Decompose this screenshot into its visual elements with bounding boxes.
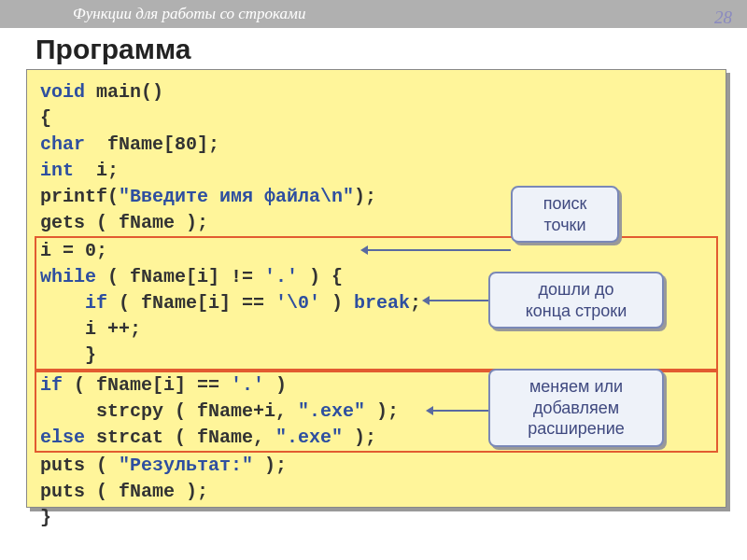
callout-arrow-3 [429,410,488,412]
page-number: 28 [714,7,732,28]
callout-arrow-1 [363,249,511,251]
breadcrumb: Функции для работы со строками [0,0,747,28]
breadcrumb-text: Функции для работы со строками [73,5,305,22]
callout-arrow-2 [425,300,488,301]
code-panel: void main() { char fName[80]; int i; pri… [26,69,726,508]
callout-change-ext: меняем или добавляем расширение [488,369,664,447]
page-title: Программа [35,34,747,65]
callout-search-dot: поиск точки [511,186,619,243]
callout-end-of-string: дошли до конца строки [488,272,664,329]
